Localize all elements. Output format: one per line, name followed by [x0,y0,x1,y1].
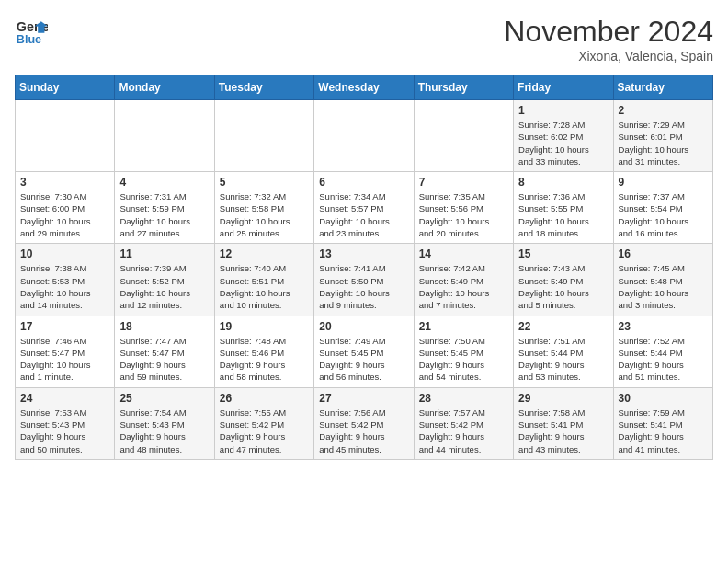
day-number: 13 [319,247,408,260]
calendar-day-cell: 11Sunrise: 7:39 AM Sunset: 5:52 PM Dayli… [115,244,214,316]
day-number: 7 [419,176,508,189]
day-info: Sunrise: 7:39 AM Sunset: 5:52 PM Dayligh… [119,262,209,311]
day-info: Sunrise: 7:29 AM Sunset: 6:01 PM Dayligh… [619,119,708,167]
day-info: Sunrise: 7:38 AM Sunset: 5:53 PM Dayligh… [20,262,109,311]
calendar-day-cell [314,100,414,172]
day-number: 2 [619,104,708,117]
day-info: Sunrise: 7:41 AM Sunset: 5:50 PM Dayligh… [319,262,408,311]
day-info: Sunrise: 7:47 AM Sunset: 5:47 PM Dayligh… [119,335,209,384]
day-info: Sunrise: 7:55 AM Sunset: 5:42 PM Dayligh… [220,407,309,455]
calendar-day-cell [214,100,313,172]
day-number: 27 [319,392,408,405]
day-info: Sunrise: 7:51 AM Sunset: 5:44 PM Dayligh… [518,335,608,384]
calendar-week-row: 1Sunrise: 7:28 AM Sunset: 6:02 PM Daylig… [16,100,713,172]
day-number: 28 [419,392,508,405]
calendar-day-cell: 6Sunrise: 7:34 AM Sunset: 5:57 PM Daylig… [314,172,414,244]
day-info: Sunrise: 7:56 AM Sunset: 5:42 PM Dayligh… [319,407,408,455]
day-info: Sunrise: 7:42 AM Sunset: 5:49 PM Dayligh… [419,262,508,311]
day-info: Sunrise: 7:50 AM Sunset: 5:45 PM Dayligh… [419,335,508,384]
calendar-day-cell: 1Sunrise: 7:28 AM Sunset: 6:02 PM Daylig… [514,100,613,172]
month-title: November 2024 [504,15,713,49]
weekday-header-monday: Monday [115,75,214,100]
calendar-day-cell: 15Sunrise: 7:43 AM Sunset: 5:49 PM Dayli… [514,244,613,316]
day-number: 25 [119,392,209,405]
title-block: November 2024 Xixona, Valencia, Spain [504,15,713,63]
day-number: 11 [119,247,209,260]
day-info: Sunrise: 7:57 AM Sunset: 5:42 PM Dayligh… [419,407,508,455]
weekday-header-row: SundayMondayTuesdayWednesdayThursdayFrid… [16,75,713,100]
calendar-day-cell: 13Sunrise: 7:41 AM Sunset: 5:50 PM Dayli… [314,244,414,316]
calendar-week-row: 24Sunrise: 7:53 AM Sunset: 5:43 PM Dayli… [16,387,713,459]
day-info: Sunrise: 7:59 AM Sunset: 5:41 PM Dayligh… [619,407,708,455]
calendar-week-row: 17Sunrise: 7:46 AM Sunset: 5:47 PM Dayli… [16,316,713,387]
day-info: Sunrise: 7:40 AM Sunset: 5:51 PM Dayligh… [220,262,309,311]
day-info: Sunrise: 7:53 AM Sunset: 5:43 PM Dayligh… [20,407,109,455]
day-number: 21 [419,320,508,333]
weekday-header-saturday: Saturday [613,75,712,100]
calendar-day-cell: 7Sunrise: 7:35 AM Sunset: 5:56 PM Daylig… [414,172,513,244]
day-info: Sunrise: 7:45 AM Sunset: 5:48 PM Dayligh… [619,262,708,311]
calendar-day-cell: 10Sunrise: 7:38 AM Sunset: 5:53 PM Dayli… [16,244,115,316]
day-number: 4 [119,176,209,189]
day-number: 14 [419,247,508,260]
calendar-day-cell: 26Sunrise: 7:55 AM Sunset: 5:42 PM Dayli… [214,387,313,459]
calendar-day-cell: 19Sunrise: 7:48 AM Sunset: 5:46 PM Dayli… [214,316,313,387]
calendar-day-cell [115,100,214,172]
calendar-day-cell: 28Sunrise: 7:57 AM Sunset: 5:42 PM Dayli… [414,387,513,459]
day-info: Sunrise: 7:30 AM Sunset: 6:00 PM Dayligh… [20,190,109,239]
logo: General Blue [15,15,48,48]
day-info: Sunrise: 7:35 AM Sunset: 5:56 PM Dayligh… [419,190,508,239]
day-number: 20 [319,320,408,333]
weekday-header-thursday: Thursday [414,75,513,100]
calendar-table: SundayMondayTuesdayWednesdayThursdayFrid… [15,75,713,460]
calendar-day-cell: 23Sunrise: 7:52 AM Sunset: 5:44 PM Dayli… [613,316,712,387]
day-info: Sunrise: 7:58 AM Sunset: 5:41 PM Dayligh… [518,407,608,455]
weekday-header-sunday: Sunday [16,75,115,100]
calendar-day-cell [414,100,513,172]
day-info: Sunrise: 7:31 AM Sunset: 5:59 PM Dayligh… [119,190,209,239]
day-info: Sunrise: 7:37 AM Sunset: 5:54 PM Dayligh… [619,190,708,239]
calendar-day-cell: 5Sunrise: 7:32 AM Sunset: 5:58 PM Daylig… [214,172,313,244]
day-number: 26 [220,392,309,405]
day-info: Sunrise: 7:49 AM Sunset: 5:45 PM Dayligh… [319,335,408,384]
calendar-day-cell: 29Sunrise: 7:58 AM Sunset: 5:41 PM Dayli… [514,387,613,459]
day-number: 16 [619,247,708,260]
day-number: 29 [518,392,608,405]
day-number: 12 [220,247,309,260]
calendar-week-row: 10Sunrise: 7:38 AM Sunset: 5:53 PM Dayli… [16,244,713,316]
day-info: Sunrise: 7:32 AM Sunset: 5:58 PM Dayligh… [220,190,309,239]
day-info: Sunrise: 7:43 AM Sunset: 5:49 PM Dayligh… [518,262,608,311]
day-number: 19 [220,320,309,333]
day-number: 6 [319,176,408,189]
calendar-day-cell: 16Sunrise: 7:45 AM Sunset: 5:48 PM Dayli… [613,244,712,316]
calendar-day-cell: 20Sunrise: 7:49 AM Sunset: 5:45 PM Dayli… [314,316,414,387]
day-info: Sunrise: 7:28 AM Sunset: 6:02 PM Dayligh… [518,119,608,167]
day-info: Sunrise: 7:36 AM Sunset: 5:55 PM Dayligh… [518,190,608,239]
day-info: Sunrise: 7:48 AM Sunset: 5:46 PM Dayligh… [220,335,309,384]
day-number: 3 [20,176,109,189]
day-number: 1 [518,104,608,117]
day-info: Sunrise: 7:54 AM Sunset: 5:43 PM Dayligh… [119,407,209,455]
calendar-day-cell: 9Sunrise: 7:37 AM Sunset: 5:54 PM Daylig… [613,172,712,244]
calendar-day-cell: 25Sunrise: 7:54 AM Sunset: 5:43 PM Dayli… [115,387,214,459]
day-number: 30 [619,392,708,405]
calendar-day-cell [16,100,115,172]
calendar-day-cell: 14Sunrise: 7:42 AM Sunset: 5:49 PM Dayli… [414,244,513,316]
calendar-day-cell: 30Sunrise: 7:59 AM Sunset: 5:41 PM Dayli… [613,387,712,459]
day-number: 17 [20,320,109,333]
calendar-day-cell: 27Sunrise: 7:56 AM Sunset: 5:42 PM Dayli… [314,387,414,459]
weekday-header-tuesday: Tuesday [214,75,313,100]
calendar-day-cell: 22Sunrise: 7:51 AM Sunset: 5:44 PM Dayli… [514,316,613,387]
day-number: 9 [619,176,708,189]
day-number: 15 [518,247,608,260]
calendar-day-cell: 18Sunrise: 7:47 AM Sunset: 5:47 PM Dayli… [115,316,214,387]
weekday-header-friday: Friday [514,75,613,100]
calendar-day-cell: 8Sunrise: 7:36 AM Sunset: 5:55 PM Daylig… [514,172,613,244]
day-number: 24 [20,392,109,405]
calendar-day-cell: 17Sunrise: 7:46 AM Sunset: 5:47 PM Dayli… [16,316,115,387]
day-number: 5 [220,176,309,189]
day-number: 22 [518,320,608,333]
calendar-day-cell: 2Sunrise: 7:29 AM Sunset: 6:01 PM Daylig… [613,100,712,172]
calendar-day-cell: 4Sunrise: 7:31 AM Sunset: 5:59 PM Daylig… [115,172,214,244]
calendar-day-cell: 21Sunrise: 7:50 AM Sunset: 5:45 PM Dayli… [414,316,513,387]
